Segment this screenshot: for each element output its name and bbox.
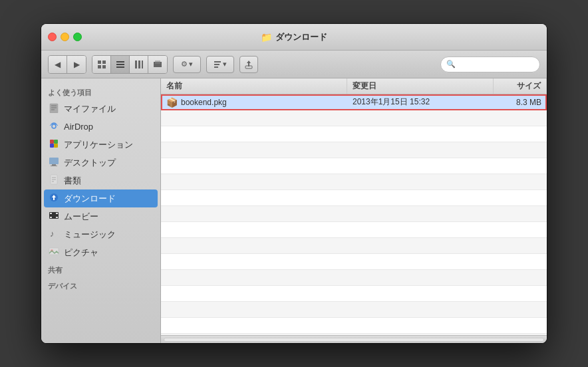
- table-row[interactable]: 📦 bookend.pkg 2013年1月15日 15:32 8.3 MB: [161, 94, 547, 110]
- sidebar-item-downloads[interactable]: ダウンロード: [44, 189, 158, 207]
- scrollbar-track: [164, 338, 544, 342]
- sidebar-item-music[interactable]: ♪ ミュージック: [41, 225, 160, 243]
- empty-row: [161, 142, 547, 158]
- sidebar: よく使う項目 マイファイル AirDrop アプリケーション: [41, 78, 161, 343]
- action-button[interactable]: ⚙ ▾: [173, 56, 201, 73]
- shared-section-label: 共有: [41, 261, 160, 277]
- empty-row: [161, 174, 547, 190]
- title-folder-icon: 📁: [261, 32, 272, 43]
- svg-rect-3: [102, 65, 106, 68]
- sidebar-item-desktop[interactable]: デスクトップ: [41, 154, 160, 172]
- arrange-icon: [214, 61, 221, 68]
- svg-rect-5: [116, 64, 124, 65]
- svg-point-21: [52, 124, 56, 128]
- empty-row: [161, 318, 547, 334]
- music-icon: ♪: [48, 228, 60, 241]
- svg-rect-8: [138, 61, 140, 68]
- svg-rect-14: [214, 66, 218, 68]
- cover-view-icon: [153, 60, 162, 69]
- sidebar-item-myfiles[interactable]: マイファイル: [41, 100, 160, 118]
- arrange-arrow-icon: ▾: [223, 60, 227, 68]
- svg-rect-39: [56, 217, 58, 218]
- view-list-button[interactable]: [111, 56, 130, 73]
- svg-rect-17: [50, 104, 58, 113]
- empty-row: [161, 158, 547, 174]
- file-size-cell: 8.3 MB: [494, 94, 547, 110]
- empty-row: [161, 222, 547, 238]
- list-view-icon: [116, 60, 125, 69]
- sidebar-item-label-movies: ムービー: [64, 211, 98, 223]
- empty-row: [161, 206, 547, 222]
- file-pkg-icon: 📦: [166, 97, 178, 108]
- toolbar: ◀ ▶: [41, 51, 547, 78]
- empty-row: [161, 286, 547, 302]
- minimize-button[interactable]: [61, 33, 69, 41]
- svg-rect-6: [116, 66, 124, 68]
- column-headers: 名前 変更日 サイズ: [161, 78, 547, 94]
- back-button[interactable]: ◀: [49, 56, 67, 73]
- share-button[interactable]: [239, 56, 258, 73]
- horizontal-scrollbar[interactable]: [161, 335, 547, 343]
- svg-rect-26: [49, 158, 59, 164]
- file-name: bookend.pkg: [181, 98, 227, 107]
- sidebar-item-label-downloads: ダウンロード: [64, 193, 116, 205]
- col-header-size[interactable]: サイズ: [494, 78, 547, 94]
- svg-rect-12: [214, 61, 221, 62]
- svg-rect-23: [54, 140, 58, 144]
- svg-rect-36: [50, 213, 52, 214]
- empty-row: [161, 190, 547, 206]
- main-content: よく使う項目 マイファイル AirDrop アプリケーション: [41, 78, 547, 343]
- sidebar-item-airdrop[interactable]: AirDrop: [41, 118, 160, 136]
- maximize-button[interactable]: [73, 33, 82, 41]
- search-box[interactable]: 🔍: [440, 57, 540, 72]
- empty-row: [161, 126, 547, 142]
- empty-row: [161, 302, 547, 318]
- gear-icon: ⚙: [181, 60, 188, 68]
- titlebar: 📁 ダウンロード: [41, 24, 547, 51]
- svg-rect-13: [214, 64, 220, 65]
- file-date: 2013年1月15日 15:32: [353, 96, 430, 108]
- action-arrow-icon: ▾: [189, 60, 193, 68]
- myfiles-icon: [48, 102, 60, 115]
- svg-rect-22: [50, 140, 54, 144]
- view-icon-button[interactable]: [92, 56, 111, 73]
- file-name-cell: 📦 bookend.pkg: [161, 94, 347, 110]
- svg-rect-28: [51, 166, 57, 166]
- view-column-button[interactable]: [130, 56, 148, 73]
- empty-row: [161, 270, 547, 286]
- applications-icon: [48, 138, 60, 151]
- sidebar-item-documents[interactable]: 書類: [41, 172, 160, 189]
- svg-rect-9: [142, 61, 143, 68]
- arrange-button[interactable]: ▾: [206, 56, 234, 73]
- traffic-lights: [48, 33, 82, 41]
- sidebar-item-label-music: ミュージック: [64, 229, 116, 241]
- sidebar-item-label-desktop: デスクトップ: [64, 157, 116, 169]
- sidebar-item-label-pictures: ピクチャ: [64, 247, 98, 259]
- window-title: 📁 ダウンロード: [261, 31, 327, 43]
- file-area: 名前 変更日 サイズ 📦 bookend.pkg 2013年1月15日 15:3…: [161, 78, 547, 343]
- desktop-icon: [48, 156, 60, 169]
- empty-row: [161, 110, 547, 126]
- svg-rect-0: [98, 61, 101, 64]
- finder-window: 📁 ダウンロード ◀ ▶: [41, 24, 547, 343]
- search-icon: 🔍: [446, 60, 456, 68]
- close-button[interactable]: [48, 33, 57, 41]
- pictures-icon: [48, 246, 60, 259]
- sidebar-item-applications[interactable]: アプリケーション: [41, 136, 160, 154]
- col-header-name[interactable]: 名前: [161, 78, 347, 94]
- search-input[interactable]: [458, 60, 534, 69]
- nav-buttons: ◀ ▶: [48, 55, 86, 74]
- svg-rect-2: [98, 65, 101, 68]
- svg-rect-4: [116, 61, 124, 62]
- svg-text:♪: ♪: [50, 229, 55, 239]
- col-header-date[interactable]: 変更日: [347, 78, 494, 94]
- sidebar-item-label-airdrop: AirDrop: [64, 122, 93, 132]
- forward-button[interactable]: ▶: [67, 56, 86, 73]
- downloads-icon: [48, 192, 60, 205]
- sidebar-item-pictures[interactable]: ピクチャ: [41, 243, 160, 261]
- favorites-section-label: よく使う項目: [41, 84, 160, 100]
- share-icon: [244, 60, 253, 69]
- view-cover-button[interactable]: [148, 56, 167, 73]
- sidebar-item-movies[interactable]: ムービー: [41, 207, 160, 225]
- sidebar-item-label-myfiles: マイファイル: [64, 103, 116, 115]
